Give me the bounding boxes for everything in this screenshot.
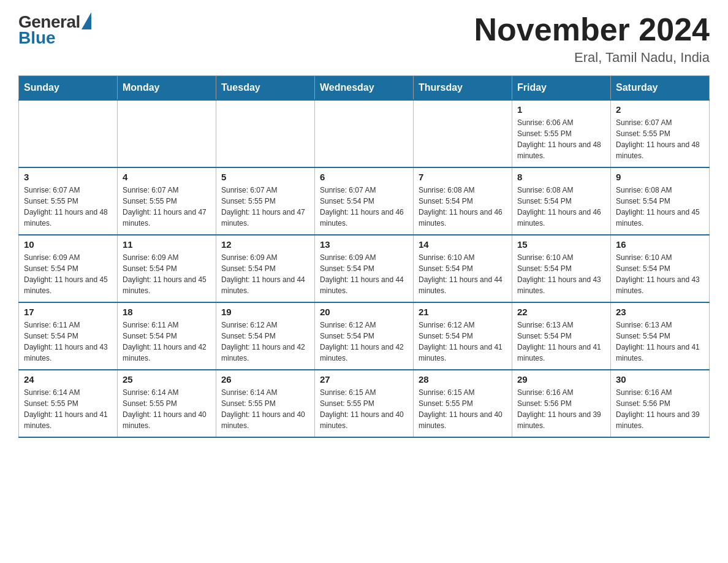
day-info: Sunrise: 6:08 AMSunset: 5:54 PMDaylight:… <box>616 185 704 229</box>
calendar-location: Eral, Tamil Nadu, India <box>474 50 710 66</box>
day-number: 18 <box>123 307 211 317</box>
col-saturday: Saturday <box>611 76 710 101</box>
col-wednesday: Wednesday <box>315 76 414 101</box>
calendar-week-row: 10Sunrise: 6:09 AMSunset: 5:54 PMDayligh… <box>19 235 710 302</box>
calendar-day-cell <box>216 100 315 167</box>
day-info: Sunrise: 6:11 AMSunset: 5:54 PMDaylight:… <box>24 320 112 364</box>
calendar-day-cell: 16Sunrise: 6:10 AMSunset: 5:54 PMDayligh… <box>611 235 710 302</box>
day-info: Sunrise: 6:11 AMSunset: 5:54 PMDaylight:… <box>123 320 211 364</box>
day-number: 8 <box>517 172 605 182</box>
calendar-day-cell: 11Sunrise: 6:09 AMSunset: 5:54 PMDayligh… <box>118 235 216 302</box>
day-info: Sunrise: 6:13 AMSunset: 5:54 PMDaylight:… <box>616 320 704 364</box>
calendar-day-cell <box>414 100 512 167</box>
title-area: November 2024 Eral, Tamil Nadu, India <box>474 12 710 66</box>
day-info: Sunrise: 6:16 AMSunset: 5:56 PMDaylight:… <box>517 387 605 431</box>
day-number: 13 <box>320 239 408 250</box>
day-info: Sunrise: 6:06 AMSunset: 5:55 PMDaylight:… <box>517 117 605 161</box>
day-number: 11 <box>123 239 211 250</box>
day-number: 10 <box>24 239 112 250</box>
calendar-week-row: 1Sunrise: 6:06 AMSunset: 5:55 PMDaylight… <box>19 100 710 167</box>
day-number: 1 <box>517 104 605 115</box>
calendar-table: Sunday Monday Tuesday Wednesday Thursday… <box>18 75 710 438</box>
day-info: Sunrise: 6:12 AMSunset: 5:54 PMDaylight:… <box>320 320 408 364</box>
calendar-day-cell <box>315 100 414 167</box>
calendar-day-cell: 5Sunrise: 6:07 AMSunset: 5:55 PMDaylight… <box>216 167 315 235</box>
calendar-day-cell: 18Sunrise: 6:11 AMSunset: 5:54 PMDayligh… <box>118 302 216 370</box>
day-number: 6 <box>320 172 408 182</box>
day-number: 12 <box>221 239 309 250</box>
calendar-day-cell: 19Sunrise: 6:12 AMSunset: 5:54 PMDayligh… <box>216 302 315 370</box>
day-info: Sunrise: 6:12 AMSunset: 5:54 PMDaylight:… <box>419 320 507 364</box>
calendar-day-cell: 28Sunrise: 6:15 AMSunset: 5:55 PMDayligh… <box>414 370 512 437</box>
calendar-title: November 2024 <box>474 12 710 47</box>
day-number: 3 <box>24 172 112 182</box>
calendar-day-cell: 13Sunrise: 6:09 AMSunset: 5:54 PMDayligh… <box>315 235 414 302</box>
col-monday: Monday <box>118 76 216 101</box>
day-number: 24 <box>24 374 112 385</box>
calendar-day-cell: 6Sunrise: 6:07 AMSunset: 5:54 PMDaylight… <box>315 167 414 235</box>
day-number: 5 <box>221 172 309 182</box>
day-info: Sunrise: 6:10 AMSunset: 5:54 PMDaylight:… <box>616 252 704 296</box>
day-number: 23 <box>616 307 704 317</box>
day-number: 14 <box>419 239 507 250</box>
calendar-day-cell: 1Sunrise: 6:06 AMSunset: 5:55 PMDaylight… <box>512 100 611 167</box>
day-number: 26 <box>221 374 309 385</box>
day-info: Sunrise: 6:15 AMSunset: 5:55 PMDaylight:… <box>320 387 408 431</box>
calendar-day-cell: 17Sunrise: 6:11 AMSunset: 5:54 PMDayligh… <box>19 302 118 370</box>
day-number: 25 <box>123 374 211 385</box>
calendar-day-cell <box>19 100 118 167</box>
calendar-day-cell: 10Sunrise: 6:09 AMSunset: 5:54 PMDayligh… <box>19 235 118 302</box>
calendar-day-cell: 2Sunrise: 6:07 AMSunset: 5:55 PMDaylight… <box>611 100 710 167</box>
day-number: 2 <box>616 104 704 115</box>
day-number: 21 <box>419 307 507 317</box>
day-info: Sunrise: 6:16 AMSunset: 5:56 PMDaylight:… <box>616 387 704 431</box>
day-number: 9 <box>616 172 704 182</box>
day-number: 20 <box>320 307 408 317</box>
calendar-day-cell: 26Sunrise: 6:14 AMSunset: 5:55 PMDayligh… <box>216 370 315 437</box>
col-friday: Friday <box>512 76 611 101</box>
calendar-day-cell: 24Sunrise: 6:14 AMSunset: 5:55 PMDayligh… <box>19 370 118 437</box>
day-info: Sunrise: 6:07 AMSunset: 5:54 PMDaylight:… <box>320 185 408 229</box>
calendar-day-cell: 30Sunrise: 6:16 AMSunset: 5:56 PMDayligh… <box>611 370 710 437</box>
calendar-day-cell: 15Sunrise: 6:10 AMSunset: 5:54 PMDayligh… <box>512 235 611 302</box>
day-number: 28 <box>419 374 507 385</box>
day-info: Sunrise: 6:07 AMSunset: 5:55 PMDaylight:… <box>221 185 309 229</box>
day-number: 27 <box>320 374 408 385</box>
day-info: Sunrise: 6:10 AMSunset: 5:54 PMDaylight:… <box>419 252 507 296</box>
calendar-week-row: 3Sunrise: 6:07 AMSunset: 5:55 PMDaylight… <box>19 167 710 235</box>
header: General Blue November 2024 Eral, Tamil N… <box>18 12 710 66</box>
day-number: 30 <box>616 374 704 385</box>
col-tuesday: Tuesday <box>216 76 315 101</box>
calendar-day-cell: 22Sunrise: 6:13 AMSunset: 5:54 PMDayligh… <box>512 302 611 370</box>
day-info: Sunrise: 6:13 AMSunset: 5:54 PMDaylight:… <box>517 320 605 364</box>
calendar-day-cell <box>118 100 216 167</box>
calendar-day-cell: 4Sunrise: 6:07 AMSunset: 5:55 PMDaylight… <box>118 167 216 235</box>
day-number: 22 <box>517 307 605 317</box>
calendar-day-cell: 29Sunrise: 6:16 AMSunset: 5:56 PMDayligh… <box>512 370 611 437</box>
day-number: 4 <box>123 172 211 182</box>
calendar-week-row: 24Sunrise: 6:14 AMSunset: 5:55 PMDayligh… <box>19 370 710 437</box>
calendar-day-cell: 7Sunrise: 6:08 AMSunset: 5:54 PMDaylight… <box>414 167 512 235</box>
day-info: Sunrise: 6:07 AMSunset: 5:55 PMDaylight:… <box>616 117 704 161</box>
day-number: 17 <box>24 307 112 317</box>
day-info: Sunrise: 6:07 AMSunset: 5:55 PMDaylight:… <box>123 185 211 229</box>
day-number: 15 <box>517 239 605 250</box>
day-info: Sunrise: 6:09 AMSunset: 5:54 PMDaylight:… <box>221 252 309 296</box>
day-info: Sunrise: 6:14 AMSunset: 5:55 PMDaylight:… <box>221 387 309 431</box>
logo: General Blue <box>18 12 91 48</box>
day-info: Sunrise: 6:14 AMSunset: 5:55 PMDaylight:… <box>24 387 112 431</box>
calendar-day-cell: 3Sunrise: 6:07 AMSunset: 5:55 PMDaylight… <box>19 167 118 235</box>
day-info: Sunrise: 6:09 AMSunset: 5:54 PMDaylight:… <box>123 252 211 296</box>
calendar-day-cell: 27Sunrise: 6:15 AMSunset: 5:55 PMDayligh… <box>315 370 414 437</box>
day-info: Sunrise: 6:09 AMSunset: 5:54 PMDaylight:… <box>320 252 408 296</box>
day-number: 7 <box>419 172 507 182</box>
day-info: Sunrise: 6:15 AMSunset: 5:55 PMDaylight:… <box>419 387 507 431</box>
day-info: Sunrise: 6:07 AMSunset: 5:55 PMDaylight:… <box>24 185 112 229</box>
day-number: 19 <box>221 307 309 317</box>
calendar-day-cell: 14Sunrise: 6:10 AMSunset: 5:54 PMDayligh… <box>414 235 512 302</box>
logo-blue-text: Blue <box>18 28 56 48</box>
day-number: 29 <box>517 374 605 385</box>
day-info: Sunrise: 6:10 AMSunset: 5:54 PMDaylight:… <box>517 252 605 296</box>
calendar-day-cell: 8Sunrise: 6:08 AMSunset: 5:54 PMDaylight… <box>512 167 611 235</box>
calendar-week-row: 17Sunrise: 6:11 AMSunset: 5:54 PMDayligh… <box>19 302 710 370</box>
